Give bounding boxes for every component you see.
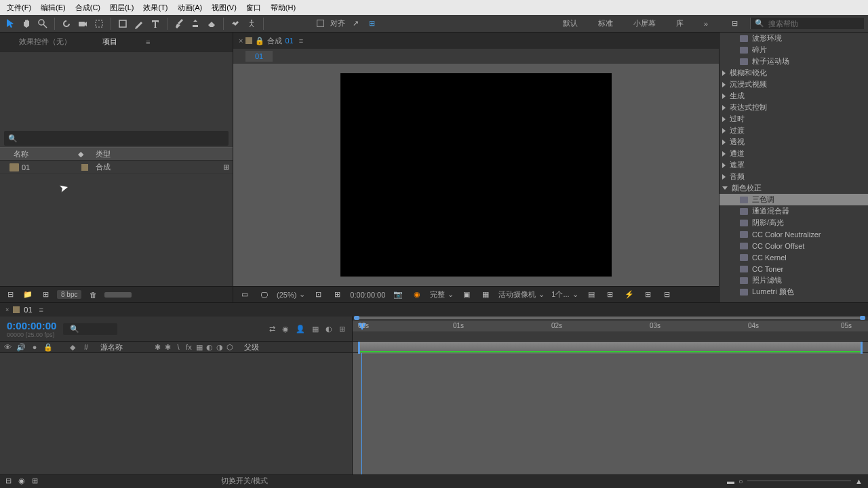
snapshot-icon[interactable]: 📷 <box>392 289 404 301</box>
flowchart-nav[interactable]: 01 <box>245 51 273 62</box>
menu-help[interactable]: 帮助(H) <box>267 1 300 14</box>
effect-category[interactable]: 生成 <box>719 90 868 102</box>
safe-zones-icon[interactable]: ⊞ <box>331 289 343 301</box>
col-label-icon[interactable]: ◆ <box>78 150 92 159</box>
col-type[interactable]: 类型 <box>92 149 233 159</box>
project-tab[interactable]: 项目 <box>97 34 123 49</box>
effect-controls-tab[interactable]: 效果控件（无） <box>14 34 77 49</box>
snap-grid-icon[interactable]: ⊞ <box>366 18 378 30</box>
roi-icon[interactable]: ▣ <box>460 289 473 301</box>
menu-window[interactable]: 窗口 <box>242 1 265 14</box>
hand-tool-icon[interactable] <box>20 18 33 30</box>
effect-item[interactable]: 粒子运动场 <box>719 56 868 67</box>
effect-item[interactable]: 碎片 <box>719 44 868 56</box>
timeline-icon[interactable]: ⊞ <box>642 289 654 301</box>
effect-item-selected[interactable]: 三色调 <box>719 194 868 205</box>
workspace-standard[interactable]: 标准 <box>598 18 613 28</box>
search-help-input[interactable] <box>768 20 850 28</box>
delete-icon[interactable]: 🗑 <box>87 289 99 301</box>
effect-item[interactable]: CC Toner <box>719 263 868 274</box>
project-empty-area[interactable] <box>0 174 233 286</box>
camera-dropdown[interactable]: 活动摄像机 ⌄ <box>498 289 545 300</box>
resolution-toggle-icon[interactable]: ⊡ <box>312 289 324 301</box>
comp-menu-icon[interactable]: ≡ <box>299 37 303 45</box>
frame-blend-switch-icon[interactable]: ▦ <box>195 343 203 352</box>
video-col-icon[interactable]: 👁 <box>3 343 12 351</box>
effect-item[interactable]: CC Color Neutralizer <box>719 228 868 240</box>
comp-mini-flowchart-icon[interactable]: ⇄ <box>269 325 275 333</box>
transparency-grid-icon[interactable]: ▦ <box>479 289 492 301</box>
source-name-col[interactable]: 源名称 <box>95 342 149 352</box>
timeline-search[interactable]: 🔍 <box>63 323 117 335</box>
selection-tool-icon[interactable] <box>4 18 16 30</box>
parent-col[interactable]: 父级 <box>239 342 259 352</box>
toggle-switches-icon[interactable]: ⊟ <box>5 476 12 485</box>
search-help[interactable]: 🔍 <box>750 18 864 29</box>
menu-layer[interactable]: 图层(L) <box>106 1 138 14</box>
effect-category[interactable]: 过时 <box>719 113 868 125</box>
zoom-out-icon[interactable]: ▬ <box>727 477 734 485</box>
effect-category[interactable]: 表达式控制 <box>719 102 868 113</box>
timeline-zoom-slider[interactable]: ▬ ○ ▲ <box>727 477 863 485</box>
menu-view[interactable]: 视图(V) <box>208 1 241 14</box>
effect-category[interactable]: 过渡 <box>719 125 868 136</box>
current-time[interactable]: 0:00:00:00 <box>350 291 385 299</box>
effect-item[interactable]: CC Color Offset <box>719 240 868 251</box>
frame-blend-icon[interactable]: ▦ <box>312 325 319 333</box>
new-comp-icon[interactable]: ⊞ <box>39 289 52 301</box>
effect-category[interactable]: 遮罩 <box>719 159 868 171</box>
menu-effect[interactable]: 效果(T) <box>139 1 172 14</box>
audio-col-icon[interactable]: 🔊 <box>16 343 26 352</box>
menu-composition[interactable]: 合成(C) <box>71 1 104 14</box>
zoom-dropdown[interactable]: (25%) ⌄ <box>277 290 305 299</box>
toggle-switches-modes[interactable]: 切换开关/模式 <box>221 476 268 486</box>
workspace-reset-icon[interactable]: ⊟ <box>728 18 741 30</box>
snap-option-icon[interactable]: ↗ <box>349 18 361 30</box>
effect-category[interactable]: 音频 <box>719 171 868 182</box>
effect-category-open[interactable]: 颜色校正 <box>719 182 868 194</box>
viewer-area[interactable] <box>233 64 719 286</box>
time-ruler[interactable]: 00s 01s 02s 03s 04s 05s <box>353 321 868 331</box>
views-dropdown[interactable]: 1个... ⌄ <box>551 289 578 300</box>
puppet-tool-icon[interactable] <box>245 18 258 30</box>
3d-switch-icon[interactable]: ⬡ <box>226 343 235 352</box>
solo-col-icon[interactable]: ● <box>30 343 39 351</box>
effect-category[interactable]: 通道 <box>719 148 868 159</box>
pan-behind-tool-icon[interactable] <box>93 18 105 30</box>
adjustment-switch-icon[interactable]: ◑ <box>216 343 224 352</box>
collapse-switch-icon[interactable]: ✱ <box>163 343 172 352</box>
menu-edit[interactable]: 编辑(E) <box>37 1 70 14</box>
current-time-display[interactable]: 0:00:00:00 <box>7 320 56 331</box>
snap-checkbox-icon[interactable] <box>314 18 326 30</box>
interpret-footage-icon[interactable]: ⊟ <box>4 289 16 301</box>
motion-blur-icon[interactable]: ◐ <box>326 325 332 333</box>
effect-item[interactable]: 波形环境 <box>719 33 868 44</box>
project-search[interactable]: 🔍 <box>4 131 229 146</box>
layer-list-area[interactable] <box>0 353 353 474</box>
brush-tool-icon[interactable] <box>173 18 185 30</box>
shy-switch-icon[interactable]: ✱ <box>153 343 162 352</box>
col-name[interactable]: 名称 <box>0 149 78 159</box>
index-col[interactable]: # <box>81 343 91 351</box>
resolution-dropdown[interactable]: 完整 ⌄ <box>430 289 454 300</box>
rectangle-tool-icon[interactable] <box>117 18 129 30</box>
fast-preview-icon[interactable]: ⚡ <box>623 289 635 301</box>
effect-category[interactable]: 透视 <box>719 136 868 148</box>
zoom-in-icon[interactable]: ▲ <box>855 477 863 485</box>
project-item[interactable]: 01 合成 ⊞ <box>0 161 233 174</box>
effect-category[interactable]: 沉浸式视频 <box>719 79 868 90</box>
expand-icon[interactable]: ⊞ <box>32 476 38 485</box>
new-folder-icon[interactable]: 📁 <box>22 289 34 301</box>
layer-effects-icon[interactable]: ◉ <box>18 476 25 485</box>
effect-category[interactable]: 模糊和锐化 <box>719 67 868 79</box>
workspace-library[interactable]: 库 <box>676 18 684 28</box>
lock-col-icon[interactable]: 🔒 <box>43 343 53 352</box>
view-options-icon[interactable]: ▤ <box>585 289 597 301</box>
menu-animation[interactable]: 动画(A) <box>174 1 207 14</box>
timeline-menu-icon[interactable]: ≡ <box>39 306 43 314</box>
hide-shy-icon[interactable]: 👤 <box>296 325 305 333</box>
lock-icon[interactable]: 🔒 <box>255 37 264 45</box>
monitor-icon[interactable]: 🖵 <box>258 289 270 301</box>
quality-switch-icon[interactable]: fx <box>184 343 193 352</box>
effect-item[interactable]: 阴影/高光 <box>719 217 868 228</box>
